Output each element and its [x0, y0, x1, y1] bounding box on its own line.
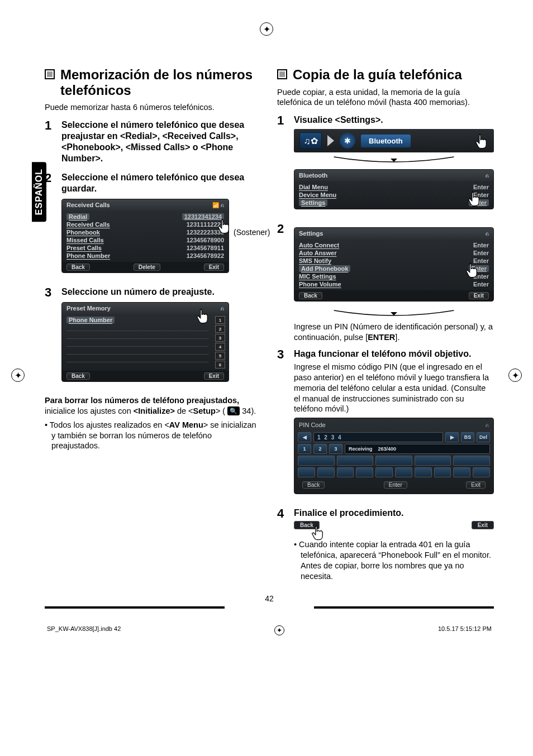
step-number: 1: [277, 114, 288, 217]
list-item[interactable]: Phone Number: [66, 252, 110, 259]
list-item[interactable]: Phone Volume: [299, 281, 341, 288]
keypad-blank[interactable]: [298, 456, 335, 466]
keypad-blank[interactable]: [337, 456, 374, 466]
step-number: 2: [277, 223, 288, 343]
preset-slot[interactable]: 4: [215, 343, 225, 351]
preset-blank[interactable]: [66, 324, 208, 331]
settings-panel: Settings ⎌ Auto ConnectEnter Auto Answer…: [294, 227, 494, 302]
received-calls-panel: Received Calls 📶 ⎌ Redial12312341234 Rec…: [61, 199, 229, 273]
keypad-blank[interactable]: [317, 467, 335, 477]
back-button[interactable]: Back: [66, 264, 90, 271]
keypad-blank[interactable]: [453, 456, 490, 466]
delete-key[interactable]: Del: [477, 432, 490, 442]
preset-blank[interactable]: [66, 340, 208, 347]
tap-pointer-icon: [217, 218, 234, 235]
enter-label[interactable]: Enter: [473, 281, 489, 288]
hold-label: (Sostener): [234, 228, 270, 237]
back-button[interactable]: Back: [66, 372, 90, 380]
exit-button[interactable]: Exit: [472, 521, 494, 529]
language-tab: ESPAÑOL: [32, 162, 46, 222]
bluetooth-label[interactable]: Bluetooth: [361, 135, 411, 147]
preset-slot[interactable]: 2: [215, 325, 225, 333]
list-item[interactable]: Phone Number: [66, 317, 115, 323]
left-column: Memorización de los números telefónicos …: [45, 67, 261, 587]
keypad-blank[interactable]: [337, 467, 354, 477]
ps-body: inicialice los ajustes con: [45, 406, 134, 415]
right-step-4: 4 Finalice el procedimiento. Back Exit C…: [277, 508, 494, 581]
backspace-key[interactable]: BS: [461, 432, 474, 442]
digit-key[interactable]: 3: [329, 444, 342, 454]
enter-label[interactable]: Enter: [473, 184, 489, 190]
keypad-blank[interactable]: [395, 467, 412, 477]
exit-button[interactable]: Exit: [204, 264, 224, 271]
nav-right-key[interactable]: ▶: [445, 432, 459, 442]
preset-blank[interactable]: [66, 332, 208, 339]
delete-button[interactable]: Delete: [134, 264, 160, 271]
step-number: 3: [45, 286, 56, 390]
list-item[interactable]: Settings: [299, 199, 327, 206]
step-number: 3: [277, 348, 288, 502]
keypad-blank[interactable]: [356, 467, 373, 477]
list-item[interactable]: Preset Calls: [66, 245, 102, 251]
step-3-title: Seleccione un número de preajuste.: [61, 286, 261, 298]
list-item[interactable]: Auto Answer: [299, 250, 336, 256]
digit-key[interactable]: 1: [298, 444, 311, 454]
preset-slot[interactable]: 1: [215, 316, 225, 324]
ps-bullet: Todos los ajustes realizados en <AV Menu…: [45, 420, 261, 452]
exit-button[interactable]: Exit: [466, 481, 486, 489]
list-item[interactable]: Dial Menu: [299, 184, 328, 190]
heading-text: Memorización de los números telefónicos: [60, 67, 261, 98]
preset-slot[interactable]: 6: [215, 361, 225, 369]
exit-button[interactable]: Exit: [204, 372, 224, 380]
digit-key[interactable]: 2: [313, 444, 327, 454]
list-item[interactable]: Missed Calls: [66, 237, 104, 243]
right-intro: Puede copiar, a esta unidad, la memoria …: [277, 87, 494, 108]
pin-value-field[interactable]: 1 2 3 4: [313, 432, 443, 442]
keypad-blank[interactable]: [415, 456, 451, 466]
keypad-blank[interactable]: [298, 467, 315, 477]
step-3-title: Haga funcionar el teléfono móvil objetiv…: [294, 348, 494, 360]
phone-number[interactable]: 12345678922: [187, 252, 224, 259]
exit-button[interactable]: Exit: [469, 292, 489, 299]
keypad-blank[interactable]: [375, 456, 412, 466]
list-item[interactable]: Auto Connect: [299, 242, 339, 248]
right-step-1: 1 Visualice <Settings>. ♫✿ ✱ Bluetooth: [277, 114, 494, 217]
preset-blank[interactable]: [66, 348, 208, 355]
keypad-blank[interactable]: [434, 467, 451, 477]
tap-pointer-icon: [474, 133, 491, 150]
nav-left-key[interactable]: ◀: [298, 432, 311, 442]
list-item[interactable]: Add Phonebook: [299, 265, 350, 272]
list-item[interactable]: MIC Settings: [299, 273, 336, 280]
preset-slot[interactable]: 3: [215, 334, 225, 342]
footer-left: SP_KW-AVX838[J].indb 42: [47, 625, 121, 635]
list-item[interactable]: Redial: [66, 213, 89, 220]
left-heading: Memorización de los números telefónicos: [45, 67, 261, 98]
step-4-bullet: Cuando intente copiar la entrada 401 en …: [294, 539, 494, 581]
back-button[interactable]: Back: [302, 481, 325, 489]
step-1-title: Visualice <Settings>.: [294, 114, 494, 126]
step-4-title: Finalice el procedimiento.: [294, 508, 494, 519]
keypad-blank[interactable]: [453, 467, 470, 477]
back-button[interactable]: Back: [299, 292, 322, 299]
phone-number[interactable]: 12345678900: [187, 237, 224, 243]
right-step-2: 2 Settings ⎌ Auto ConnectEnter Auto Answ…: [277, 223, 494, 343]
list-item[interactable]: SMS Notify: [299, 257, 331, 264]
phone-number[interactable]: 12345678911: [187, 245, 224, 251]
preset-blank[interactable]: [66, 356, 208, 362]
list-item[interactable]: Phonebook: [66, 229, 100, 236]
preset-slot[interactable]: 5: [215, 352, 225, 360]
pin-instruction: Ingrese un PIN (Número de identificación…: [294, 322, 494, 343]
list-item[interactable]: Device Menu: [299, 192, 336, 198]
bluetooth-icon[interactable]: ✱: [340, 133, 355, 149]
keypad-blank[interactable]: [473, 467, 490, 477]
menu-tile-music[interactable]: ♫✿: [299, 132, 322, 149]
keypad-blank[interactable]: [375, 467, 393, 477]
list-item[interactable]: Received Calls: [66, 221, 110, 228]
enter-label[interactable]: Enter: [473, 250, 489, 256]
enter-label[interactable]: Enter: [473, 242, 489, 248]
keypad-blank[interactable]: [415, 467, 432, 477]
left-intro: Puede memorizar hasta 6 números telefóni…: [45, 102, 261, 113]
enter-button[interactable]: Enter: [384, 481, 407, 489]
ps-close: ).: [251, 406, 256, 415]
bluetooth-panel: Bluetooth ⎌ Dial MenuEnter Device MenuEn…: [294, 169, 494, 209]
